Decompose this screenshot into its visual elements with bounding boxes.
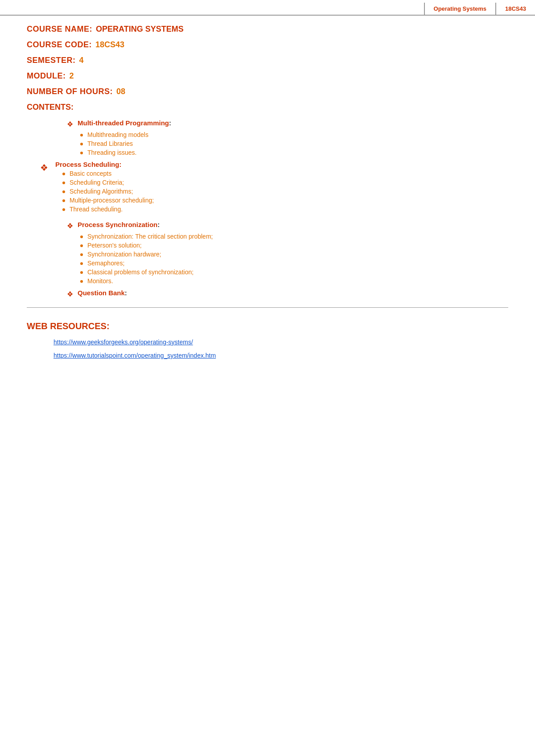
bullet-icon — [80, 152, 83, 154]
subtopic-text: Scheduling Criteria; — [70, 179, 124, 186]
subtopic-text: Multithreading models — [87, 131, 148, 138]
semester-row: SEMESTER: 4 — [27, 56, 508, 65]
topic1-item: ❖ Multi-threaded Programming: — [67, 119, 508, 128]
subtopic-item: Multiple-processor scheduling; — [62, 197, 508, 204]
main-content: COURSE NAME: OPERATING SYSTEMS COURSE CO… — [0, 16, 535, 383]
bullet-icon — [80, 271, 83, 274]
semester-value: 4 — [79, 56, 84, 65]
subtopic-item: Scheduling Criteria; — [62, 179, 508, 186]
header-course-name: Operating Systems — [424, 3, 496, 15]
module-label: MODULE: — [27, 71, 66, 81]
hours-row: NUMBER OF HOURS: 08 — [27, 87, 508, 96]
hours-label: NUMBER OF HOURS: — [27, 87, 113, 96]
subtopic-item: Peterson's solution; — [80, 242, 508, 249]
subtopic-text: Threading issues. — [87, 149, 137, 156]
subtopic-text: Monitors. — [87, 277, 113, 285]
course-code-value: 18CS43 — [95, 40, 124, 50]
subtopic-text: Thread Libraries — [87, 140, 133, 147]
topic1-block: ❖ Multi-threaded Programming: Multithrea… — [67, 119, 508, 156]
subtopic-text: Scheduling Algorithms; — [70, 188, 133, 195]
subtopic-item: Semaphores; — [80, 260, 508, 267]
diamond-icon-1: ❖ — [67, 120, 73, 128]
topic2-block: ❖ Process Scheduling: Basic concepts Sch… — [40, 161, 508, 216]
course-name-label: COURSE NAME: — [27, 25, 92, 34]
subtopic-text: Thread scheduling. — [70, 206, 123, 213]
section-divider — [27, 307, 508, 308]
bullet-icon — [80, 280, 83, 283]
subtopic-item: Classical problems of synchronization; — [80, 269, 508, 276]
resource-link-1[interactable]: https://www.geeksforgeeks.org/operating-… — [54, 339, 508, 346]
topic1-subtopics: Multithreading models Thread Libraries T… — [80, 131, 508, 156]
module-row: MODULE: 2 — [27, 71, 508, 81]
subtopic-item: Thread Libraries — [80, 140, 508, 147]
semester-label: SEMESTER: — [27, 56, 76, 65]
bullet-icon — [62, 208, 65, 211]
bullet-icon — [80, 253, 83, 256]
bullet-icon — [62, 182, 65, 184]
contents-label: CONTENTS: — [27, 103, 508, 112]
header-right: Operating Systems 18CS43 — [424, 3, 535, 15]
subtopic-item: Threading issues. — [80, 149, 508, 156]
topic3-title: Process Synchronization: — [78, 221, 160, 228]
resource-link-2[interactable]: https://www.tutorialspoint.com/operating… — [54, 352, 508, 359]
topic2-subtopics: Basic concepts Scheduling Criteria; Sche… — [62, 170, 508, 213]
subtopic-text: Peterson's solution; — [87, 242, 142, 249]
header-spacer — [0, 3, 424, 15]
topic3-item: ❖ Process Synchronization: — [67, 221, 508, 230]
bullet-icon — [62, 173, 65, 175]
topic1-title: Multi-threaded Programming: — [78, 119, 171, 127]
bullet-icon — [80, 244, 83, 247]
diamond-icon-2: ❖ — [40, 161, 48, 174]
subtopic-item: Multithreading models — [80, 131, 508, 138]
topic2-title: Process Scheduling: — [55, 161, 508, 168]
page-header: Operating Systems 18CS43 — [0, 0, 535, 16]
header-course-code: 18CS43 — [495, 3, 535, 15]
page-container: Operating Systems 18CS43 COURSE NAME: OP… — [0, 0, 535, 756]
web-resources-section: WEB RESOURCES: https://www.geeksforgeeks… — [27, 321, 508, 359]
subtopic-item: Monitors. — [80, 277, 508, 285]
topic4-title: Question Bank: — [78, 289, 127, 297]
hours-value: 08 — [116, 87, 125, 96]
topic3-subtopics: Synchronization: The critical section pr… — [80, 233, 508, 285]
subtopic-item: Basic concepts — [62, 170, 508, 177]
contents-section: ❖ Multi-threaded Programming: Multithrea… — [40, 119, 508, 298]
bullet-icon — [80, 143, 83, 145]
bullet-icon — [62, 190, 65, 193]
subtopic-text: Classical problems of synchronization; — [87, 269, 193, 276]
course-code-label: COURSE CODE: — [27, 40, 92, 50]
diamond-icon-4: ❖ — [67, 290, 73, 298]
diamond-icon-3: ❖ — [67, 222, 73, 230]
module-value: 2 — [70, 71, 74, 81]
course-name-row: COURSE NAME: OPERATING SYSTEMS — [27, 25, 508, 34]
topic4-block: ❖ Question Bank: — [67, 289, 508, 298]
topic3-block: ❖ Process Synchronization: Synchronizati… — [67, 221, 508, 285]
subtopic-text: Semaphores; — [87, 260, 124, 267]
subtopic-text: Synchronization hardware; — [87, 251, 161, 258]
bullet-icon — [80, 134, 83, 136]
topic2-content: Process Scheduling: Basic concepts Sched… — [55, 161, 508, 216]
bullet-icon — [80, 235, 83, 238]
course-code-row: COURSE CODE: 18CS43 — [27, 40, 508, 50]
course-name-value: OPERATING SYSTEMS — [96, 25, 184, 34]
topic4-item: ❖ Question Bank: — [67, 289, 508, 298]
subtopic-item: Scheduling Algorithms; — [62, 188, 508, 195]
web-resources-label: WEB RESOURCES: — [27, 321, 508, 331]
subtopic-text: Basic concepts — [70, 170, 111, 177]
subtopic-item: Synchronization: The critical section pr… — [80, 233, 508, 240]
subtopic-item: Thread scheduling. — [62, 206, 508, 213]
bullet-icon — [80, 262, 83, 265]
bullet-icon — [62, 199, 65, 202]
subtopic-text: Multiple-processor scheduling; — [70, 197, 154, 204]
subtopic-text: Synchronization: The critical section pr… — [87, 233, 213, 240]
subtopic-item: Synchronization hardware; — [80, 251, 508, 258]
